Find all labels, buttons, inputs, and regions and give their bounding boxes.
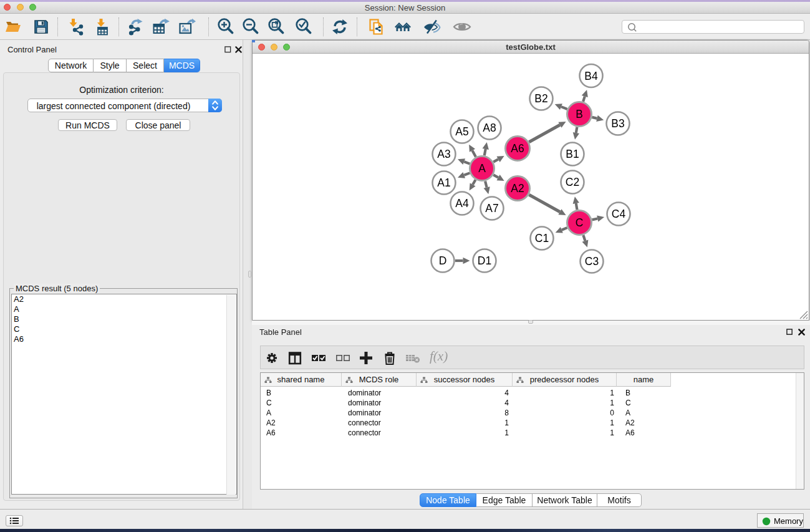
svg-text:A6: A6 xyxy=(511,142,524,155)
svg-text:B3: B3 xyxy=(611,117,624,130)
svg-text:B2: B2 xyxy=(534,92,547,105)
svg-text:B1: B1 xyxy=(566,148,579,160)
svg-text:C4: C4 xyxy=(612,208,626,220)
svg-text:D: D xyxy=(439,254,447,267)
svg-text:A2: A2 xyxy=(511,182,524,195)
svg-text:A7: A7 xyxy=(485,202,498,215)
svg-text:C1: C1 xyxy=(535,232,549,244)
svg-text:C2: C2 xyxy=(566,176,579,188)
svg-text:A4: A4 xyxy=(455,197,469,210)
svg-text:C: C xyxy=(576,216,584,229)
svg-text:B: B xyxy=(576,108,583,120)
svg-text:A8: A8 xyxy=(483,122,496,134)
svg-text:B4: B4 xyxy=(584,70,598,82)
svg-text:D1: D1 xyxy=(478,254,491,267)
svg-text:A1: A1 xyxy=(437,177,450,189)
svg-text:A5: A5 xyxy=(455,125,468,138)
svg-text:A3: A3 xyxy=(437,148,450,160)
svg-text:C3: C3 xyxy=(585,255,599,268)
svg-text:A: A xyxy=(478,162,486,175)
